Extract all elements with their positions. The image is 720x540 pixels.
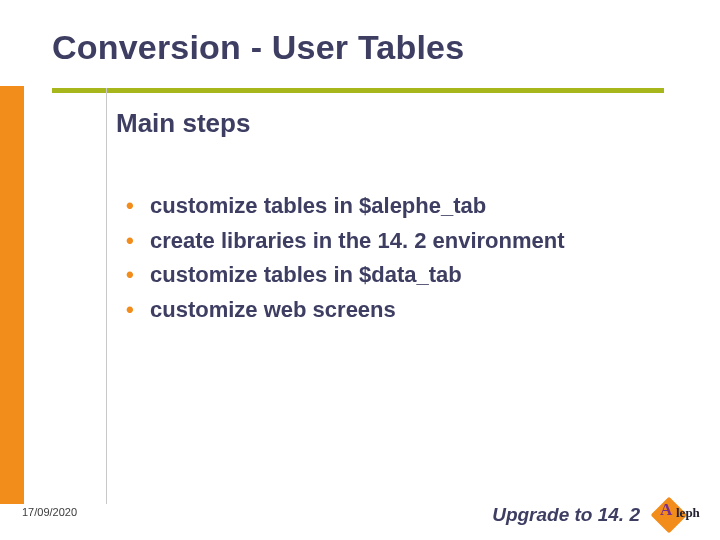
bullet-icon: •: [126, 261, 150, 290]
list-item: • customize tables in $alephe_tab: [126, 192, 666, 221]
logo-letter-a: A: [660, 501, 672, 518]
bullet-icon: •: [126, 192, 150, 221]
footer-date: 17/09/2020: [22, 506, 77, 518]
left-accent-bar: [0, 86, 24, 504]
list-item: • customize tables in $data_tab: [126, 261, 666, 290]
footer-subtitle: Upgrade to 14. 2: [492, 504, 640, 526]
logo-text-rest: leph: [676, 506, 700, 519]
bullet-text: create libraries in the 14. 2 environmen…: [150, 227, 565, 256]
aleph-logo: A leph: [656, 498, 706, 530]
vertical-divider: [106, 88, 107, 504]
list-item: • customize web screens: [126, 296, 666, 325]
bullet-text: customize tables in $alephe_tab: [150, 192, 486, 221]
list-item: • create libraries in the 14. 2 environm…: [126, 227, 666, 256]
bullet-list: • customize tables in $alephe_tab • crea…: [126, 192, 666, 330]
slide-title: Conversion - User Tables: [52, 28, 464, 67]
slide: Conversion - User Tables Main steps • cu…: [0, 0, 720, 540]
title-underline: [52, 88, 664, 93]
bullet-icon: •: [126, 296, 150, 325]
slide-subtitle: Main steps: [116, 108, 250, 139]
bullet-icon: •: [126, 227, 150, 256]
bullet-text: customize web screens: [150, 296, 396, 325]
bullet-text: customize tables in $data_tab: [150, 261, 462, 290]
